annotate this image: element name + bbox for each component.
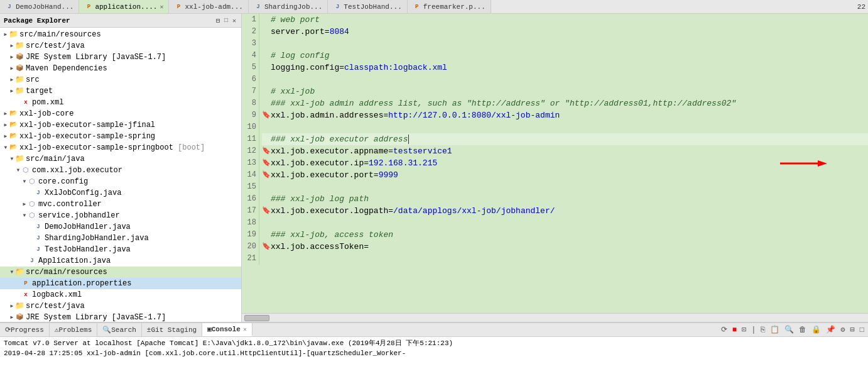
list-item[interactable]: ▼ 📁 src/main/resources <box>0 267 241 278</box>
code-line: 🔖 xxl.job.accessToken= <box>262 241 868 253</box>
list-item[interactable]: ▶ 📦 JRE System Library [JavaSE-1.7] <box>0 52 241 63</box>
list-item[interactable]: ▼ 📂 xxl-job-executor-sample-springboot [… <box>0 142 241 153</box>
list-item[interactable]: ▼ ⬡ service.jobhandler <box>0 210 241 221</box>
tree-arrow: ▼ <box>21 211 28 221</box>
tree-arrow: ▶ <box>21 199 28 209</box>
stop-button[interactable]: ■ <box>731 326 738 334</box>
list-item[interactable]: J DemoJobHandler.java <box>0 221 241 233</box>
maximize-button[interactable]: □ <box>223 17 229 25</box>
list-item[interactable]: ▼ ⬡ core.config <box>0 176 241 187</box>
close-panel-button[interactable]: ✕ <box>231 17 237 25</box>
tab-progress[interactable]: ⟳ Progress <box>0 323 50 336</box>
list-item[interactable]: J Application.java <box>0 255 241 267</box>
package-icon: ⬡ <box>28 177 36 186</box>
horizontal-scrollbar[interactable] <box>242 313 868 322</box>
code-text: logging.config=classpath:logback.xml <box>271 62 868 74</box>
list-item[interactable]: ▶ 📂 xxl-job-core <box>0 108 241 119</box>
list-item[interactable]: ▼ 📁 src/main/java <box>0 153 241 165</box>
tree-item-label: application.properties <box>32 278 131 289</box>
tab-xxl-job-adm[interactable]: P xxl-job-adm... <box>169 0 248 13</box>
tree-arrow: ▶ <box>3 109 9 119</box>
list-item[interactable]: ▶ 📁 src <box>0 74 241 85</box>
tab-git-staging[interactable]: ± Git Staging <box>142 323 202 336</box>
package-icon: ⬡ <box>28 211 36 220</box>
console-line: 2019-04-28 17:25:05 xxl-job-admin [com.x… <box>4 348 864 358</box>
list-item[interactable]: ▶ 📁 target <box>0 85 241 97</box>
red-arrow-icon <box>780 158 830 168</box>
folder-icon: 📁 <box>9 30 18 39</box>
list-item[interactable]: J XxlJobConfig.java <box>0 187 241 199</box>
folder-icon: 📁 <box>15 87 24 96</box>
list-item[interactable]: P application.properties <box>0 278 241 289</box>
line-marker: 🔖 <box>262 169 271 181</box>
maximize-console-button[interactable]: □ <box>859 326 865 334</box>
list-item[interactable]: ▶ 📂 xxl-job-executor-sample-spring <box>0 131 241 142</box>
code-text: ### xxl-job log path <box>271 193 868 205</box>
tab-problems[interactable]: ⚠ Problems <box>50 323 97 336</box>
console-close-icon[interactable]: ✕ <box>243 326 247 333</box>
bottom-panel: ⟳ Progress ⚠ Problems 🔍 Search ± Git Sta… <box>0 322 868 369</box>
list-item[interactable]: ▶ 📦 JRE System Library [JavaSE-1.7] <box>0 312 241 322</box>
tab-application[interactable]: P application.... ✕ <box>79 0 169 13</box>
list-item[interactable]: ▶ 📂 xxl-job-executor-sample-jfinal <box>0 119 241 131</box>
list-item[interactable]: ▶ 📁 src/test/java <box>0 300 241 312</box>
list-item[interactable]: ▶ 📦 Maven Dependencies <box>0 63 241 74</box>
tab-demo-job[interactable]: J DemoJobHand... <box>0 0 79 13</box>
package-icon: ⬡ <box>28 200 36 209</box>
folder-icon: 📁 <box>15 41 24 50</box>
list-item[interactable]: x logback.xml <box>0 289 241 300</box>
java-icon: J <box>333 3 342 11</box>
code-line: 🔖 xxl.job.executor.port=9999 <box>262 169 868 181</box>
code-text: # xxl-job <box>271 85 868 97</box>
code-line <box>262 181 868 193</box>
code-lines[interactable]: # web port server.port=8084 <box>259 14 868 265</box>
folder-icon: 📁 <box>15 155 24 163</box>
list-item[interactable]: ▶ 📁 src/test/java <box>0 40 241 52</box>
tree-item-label: pom.xml <box>32 97 63 107</box>
sync-button[interactable]: ⟳ <box>720 325 729 334</box>
tab-close-button[interactable]: ✕ <box>160 3 163 11</box>
tab-freemarker[interactable]: P freemarker.p... <box>408 0 491 13</box>
minimize-console-button[interactable]: ⊟ <box>849 325 856 334</box>
pin-button[interactable]: 📌 <box>825 325 837 334</box>
minimize-button[interactable]: ⊟ <box>215 17 221 25</box>
tree-arrow: ▶ <box>9 86 15 96</box>
tree-item-label: xxl-job-executor-sample-springboot [boot… <box>19 143 205 153</box>
progress-icon: ⟳ <box>5 326 11 334</box>
list-item[interactable]: ▼ ⬡ com.xxl.job.executor <box>0 165 241 176</box>
clear-button[interactable]: 🗑 <box>798 325 808 334</box>
search-console-button[interactable]: 🔍 <box>783 325 795 334</box>
tree-item-label: XxlJobConfig.java <box>45 188 121 198</box>
project-icon: 📂 <box>9 121 18 129</box>
list-item[interactable]: ▶ 📁 src/main/resources <box>0 29 241 40</box>
tree-item-label: DemoJobHandler.java <box>45 222 131 232</box>
list-item[interactable]: ▶ ⬡ mvc.controller <box>0 199 241 210</box>
list-item[interactable]: J ShardingJobHandler.java <box>0 233 241 244</box>
tree-item-label: src/main/resources <box>19 30 101 40</box>
tree-item-label: xxl-job-executor-sample-spring <box>19 131 155 141</box>
tree-arrow: ▶ <box>9 41 15 51</box>
editor-area[interactable]: 1 2 3 4 5 6 7 8 9 10 11 12 13 14 15 16 1 <box>242 14 868 313</box>
code-line: 🔖 xxl.job.executor.appname=testservice1 <box>262 145 868 157</box>
folder-icon: 📁 <box>15 75 24 84</box>
paste-button[interactable]: 📋 <box>769 325 781 334</box>
tab-sharding-job[interactable]: J ShardingJob... <box>249 0 328 13</box>
tree-item-label: core.config <box>38 177 88 187</box>
list-item[interactable]: J TestJobHandler.java <box>0 244 241 255</box>
tab-test-job[interactable]: J TestJobHand... <box>328 0 407 13</box>
scroll-lock-button[interactable]: 🔒 <box>810 325 822 334</box>
list-item[interactable]: x pom.xml <box>0 97 241 108</box>
project-icon: 📂 <box>9 132 18 141</box>
tab-search[interactable]: 🔍 Search <box>97 323 142 336</box>
disconnect-button[interactable]: ⊡ <box>741 325 747 334</box>
tab-console[interactable]: ▣ Console ✕ <box>202 323 252 336</box>
copy-button[interactable]: ⎘ <box>759 326 766 334</box>
tree-arrow: ▶ <box>3 131 9 141</box>
tree-arrow: ▼ <box>21 177 28 187</box>
scrollbar-thumb[interactable] <box>244 315 269 321</box>
settings-button[interactable]: ⚙ <box>839 325 846 334</box>
panel-title: Package Explorer <box>4 17 70 25</box>
code-line: 🔖 xxl.job.executor.logpath=/data/applogs… <box>262 205 868 217</box>
editor-tab-bar: J DemoJobHand... P application.... ✕ P x… <box>0 0 868 14</box>
tree-area[interactable]: ▶ 📁 src/main/resources ▶ 📁 src/test/java… <box>0 28 241 322</box>
